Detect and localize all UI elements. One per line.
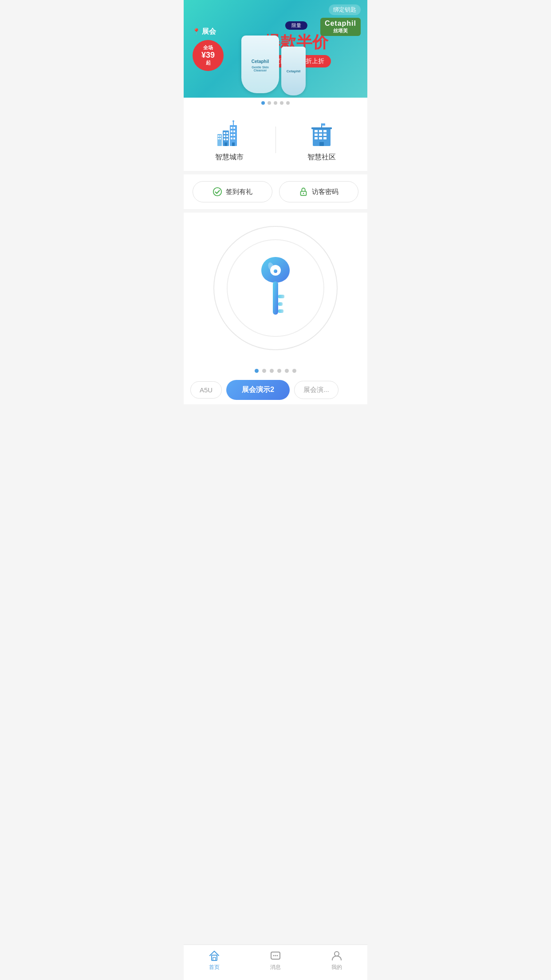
banner-dot-3[interactable] bbox=[274, 101, 277, 105]
smart-community-icon bbox=[306, 117, 337, 148]
svg-point-19 bbox=[232, 120, 234, 122]
svg-rect-38 bbox=[322, 123, 325, 126]
svg-rect-9 bbox=[231, 127, 232, 129]
svg-rect-34 bbox=[323, 137, 327, 139]
key-circle-inner bbox=[227, 239, 324, 337]
key-circle-outer bbox=[213, 226, 338, 350]
banner-dot-2[interactable] bbox=[268, 101, 271, 105]
svg-rect-16 bbox=[233, 138, 235, 139]
key-dot-4[interactable] bbox=[277, 369, 281, 373]
tab-a5u[interactable]: A5U bbox=[190, 381, 222, 399]
svg-rect-45 bbox=[278, 302, 283, 306]
svg-rect-26 bbox=[315, 130, 318, 132]
key-illustration bbox=[253, 253, 298, 324]
svg-rect-11 bbox=[231, 130, 232, 132]
action-buttons-section: 签到有礼 访客密码 bbox=[184, 174, 367, 209]
svg-rect-15 bbox=[231, 138, 232, 139]
tab-selector: A5U 展会演示2 展会演... bbox=[184, 375, 367, 404]
svg-rect-17 bbox=[232, 142, 235, 146]
svg-rect-31 bbox=[323, 134, 327, 136]
lock-icon bbox=[299, 187, 308, 197]
brand-logo: Cetaphil 丝塔芙 bbox=[320, 18, 361, 36]
product-image-2: Cetaphil bbox=[281, 47, 306, 95]
svg-rect-4 bbox=[226, 135, 228, 137]
svg-rect-1 bbox=[224, 132, 225, 134]
svg-rect-29 bbox=[315, 134, 318, 136]
visitor-code-button[interactable]: 访客密码 bbox=[279, 181, 359, 202]
svg-point-39 bbox=[213, 188, 221, 196]
svg-rect-23 bbox=[218, 138, 219, 139]
svg-rect-28 bbox=[323, 130, 327, 132]
key-dot-3[interactable] bbox=[270, 369, 274, 373]
banner-dot-4[interactable] bbox=[280, 101, 283, 105]
key-dot-2[interactable] bbox=[262, 369, 266, 373]
svg-rect-2 bbox=[226, 132, 228, 134]
checkin-label: 签到有礼 bbox=[226, 188, 252, 196]
svg-rect-14 bbox=[233, 134, 235, 136]
svg-point-48 bbox=[274, 269, 277, 273]
svg-rect-6 bbox=[226, 138, 228, 140]
key-dot-1[interactable] bbox=[255, 369, 259, 373]
svg-rect-24 bbox=[220, 138, 221, 139]
bind-key-label[interactable]: 绑定钥匙 bbox=[329, 4, 361, 15]
key-page-dots bbox=[184, 364, 367, 375]
svg-rect-5 bbox=[224, 138, 225, 140]
category-smart-city[interactable]: 智慧城市 bbox=[184, 117, 276, 162]
tab-demo3[interactable]: 展会演... bbox=[294, 381, 338, 399]
banner-section: 📍 展会 全场 ¥39 起 限量 爆款半价 指定商品 2 件折上折 绑定 bbox=[184, 0, 367, 108]
categories-section: 智慧城市 bbox=[184, 108, 367, 171]
tab-demo2[interactable]: 展会演示2 bbox=[226, 380, 290, 400]
banner-dot-1[interactable] bbox=[261, 101, 265, 105]
svg-rect-46 bbox=[278, 309, 283, 313]
svg-rect-22 bbox=[220, 135, 221, 137]
full-site-text: 全场 bbox=[203, 45, 213, 51]
brand-name: Cetaphil bbox=[325, 20, 356, 28]
svg-rect-33 bbox=[319, 137, 322, 139]
location-icon: 📍 bbox=[193, 28, 200, 35]
svg-rect-12 bbox=[233, 130, 235, 132]
svg-rect-21 bbox=[218, 135, 219, 137]
svg-rect-13 bbox=[231, 134, 232, 136]
smart-community-label: 智慧社区 bbox=[307, 153, 336, 162]
svg-rect-7 bbox=[224, 142, 227, 146]
expo-text: 展会 bbox=[202, 27, 216, 36]
limited-badge: 限量 bbox=[285, 21, 307, 30]
key-dot-5[interactable] bbox=[285, 369, 289, 373]
price-text: ¥39 bbox=[201, 51, 215, 60]
qi-text: 起 bbox=[206, 60, 211, 66]
category-smart-community[interactable]: 智慧社区 bbox=[276, 117, 368, 162]
svg-rect-43 bbox=[273, 281, 278, 315]
svg-rect-36 bbox=[311, 127, 332, 129]
svg-rect-44 bbox=[278, 295, 284, 298]
svg-rect-3 bbox=[224, 135, 225, 137]
svg-rect-30 bbox=[319, 134, 322, 136]
checkin-icon bbox=[213, 187, 222, 197]
price-badge: 全场 ¥39 起 bbox=[193, 40, 224, 71]
key-section[interactable] bbox=[184, 213, 367, 364]
banner-dots bbox=[184, 98, 367, 108]
svg-rect-32 bbox=[315, 137, 318, 139]
banner[interactable]: 📍 展会 全场 ¥39 起 限量 爆款半价 指定商品 2 件折上折 绑定 bbox=[184, 0, 367, 98]
svg-rect-27 bbox=[319, 130, 322, 132]
banner-dot-5[interactable] bbox=[286, 101, 290, 105]
visitor-code-label: 访客密码 bbox=[312, 188, 338, 196]
brand-sub: 丝塔芙 bbox=[333, 28, 348, 34]
product-image-1: Cetaphil Gentle SkinCleanser bbox=[241, 36, 279, 93]
svg-rect-35 bbox=[319, 142, 324, 146]
banner-left: 📍 展会 全场 ¥39 起 bbox=[193, 27, 224, 71]
svg-rect-10 bbox=[233, 127, 235, 129]
checkin-button[interactable]: 签到有礼 bbox=[193, 181, 272, 202]
smart-city-label: 智慧城市 bbox=[215, 153, 244, 162]
svg-point-41 bbox=[303, 193, 304, 194]
smart-city-icon bbox=[214, 117, 245, 148]
key-dot-6[interactable] bbox=[292, 369, 296, 373]
banner-right: 绑定钥匙 Cetaphil 丝塔芙 bbox=[320, 4, 361, 36]
expo-label: 📍 展会 bbox=[193, 27, 216, 36]
